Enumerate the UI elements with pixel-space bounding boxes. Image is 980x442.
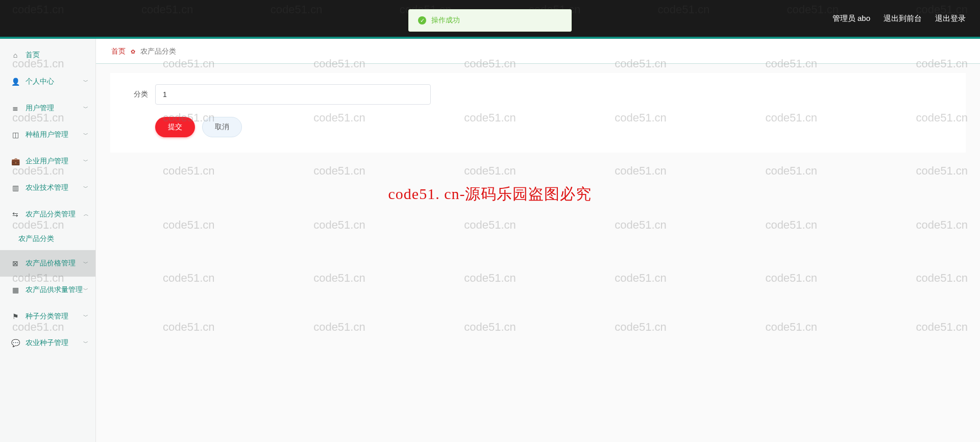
chevron-down-icon: ﹀ (83, 313, 88, 320)
chevron-down-icon: ﹀ (83, 78, 88, 85)
sidebar-item-label: 农业种子管理 (26, 338, 83, 348)
submit-button[interactable]: 提交 (155, 117, 195, 137)
category-label: 分类 (124, 90, 148, 99)
sidebar-item-0[interactable]: 👤个人中心﹀ (0, 68, 95, 95)
sidebar-item-label: 农业技术管理 (26, 183, 83, 192)
sliders-icon: ⇆ (11, 210, 19, 218)
close-sq-icon: ⊠ (11, 259, 19, 267)
sidebar-item-2[interactable]: ◫种植用户管理﹀ (0, 121, 95, 148)
sidebar-item-label: 个人中心 (26, 77, 83, 86)
chevron-down-icon: ﹀ (83, 339, 88, 347)
topbar-logout[interactable]: 退出登录 (935, 14, 966, 23)
grid-icon: ▦ (11, 286, 19, 294)
topbar-to-front[interactable]: 退出到前台 (884, 14, 922, 23)
sidebar-item-6[interactable]: ⊠农产品价格管理﹀ (0, 250, 95, 277)
cancel-button[interactable]: 取消 (202, 117, 242, 137)
sidebar-item-label: 首页 (26, 51, 88, 60)
main-content: 首页 ✿ 农产品分类 分类 提交 取消 (96, 39, 980, 442)
submenu-item-5-0[interactable]: 农产品分类 (0, 228, 95, 250)
form-actions: 提交 取消 (124, 117, 952, 137)
sidebar: ⌂ 首页 👤个人中心﹀≣用户管理﹀◫种植用户管理﹀💼企业用户管理﹀▥农业技术管理… (0, 39, 96, 442)
sidebar-item-8[interactable]: ⚑种子分类管理﹀ (0, 303, 95, 330)
breadcrumb-home[interactable]: 首页 (111, 47, 126, 56)
chevron-down-icon: ﹀ (83, 286, 88, 293)
sidebar-item-label: 种子分类管理 (26, 312, 83, 321)
sidebar-item-7[interactable]: ▦农产品供求量管理﹀ (0, 277, 95, 303)
bars-icon: ▥ (11, 184, 19, 192)
chevron-down-icon: ﹀ (83, 211, 88, 218)
chevron-down-icon: ﹀ (83, 158, 88, 165)
topbar-user[interactable]: 管理员 abo (832, 14, 870, 23)
sidebar-item-label: 农产品价格管理 (26, 259, 83, 268)
chart-icon: ◫ (11, 131, 19, 139)
chevron-down-icon: ﹀ (83, 105, 88, 112)
home-icon: ⌂ (11, 51, 19, 59)
form-card: 分类 提交 取消 (110, 73, 966, 153)
breadcrumb-separator-icon: ✿ (131, 48, 135, 55)
sidebar-item-4[interactable]: ▥农业技术管理﹀ (0, 175, 95, 201)
success-toast: ✓ 操作成功 (408, 9, 572, 32)
sidebar-item-label: 种植用户管理 (26, 130, 83, 139)
sidebar-item-label: 企业用户管理 (26, 157, 83, 166)
briefcase-icon: 💼 (11, 157, 19, 165)
submenu-5: 农产品分类 (0, 228, 95, 250)
chevron-down-icon: ﹀ (83, 131, 88, 138)
comment-icon: 💬 (11, 339, 19, 347)
breadcrumb-current: 农产品分类 (140, 47, 176, 56)
sidebar-item-5[interactable]: ⇆农产品分类管理﹀ (0, 201, 95, 228)
sidebar-item-label: 用户管理 (26, 104, 83, 113)
list-icon: ≣ (11, 104, 19, 112)
sidebar-item-label: 农产品供求量管理 (26, 285, 83, 294)
check-circle-icon: ✓ (418, 16, 426, 24)
breadcrumb: 首页 ✿ 农产品分类 (96, 39, 980, 64)
chevron-down-icon: ﹀ (83, 260, 88, 267)
user-icon: 👤 (11, 78, 19, 86)
chevron-down-icon: ﹀ (83, 184, 88, 191)
sidebar-item-9[interactable]: 💬农业种子管理﹀ (0, 330, 95, 356)
flag-icon: ⚑ (11, 312, 19, 321)
sidebar-item-3[interactable]: 💼企业用户管理﹀ (0, 148, 95, 175)
form-row-category: 分类 (124, 84, 952, 105)
sidebar-item-label: 农产品分类管理 (26, 210, 83, 219)
sidebar-item-home[interactable]: ⌂ 首页 (0, 42, 95, 68)
sidebar-item-1[interactable]: ≣用户管理﹀ (0, 95, 95, 121)
category-input[interactable] (155, 84, 431, 105)
toast-message: 操作成功 (431, 16, 460, 25)
